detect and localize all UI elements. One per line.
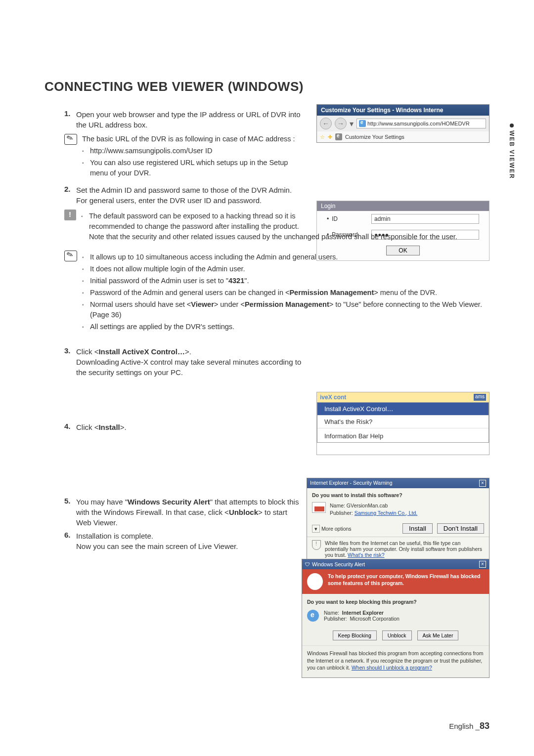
- step-text: Click <Install ActiveX Control…>. Downlo…: [76, 346, 302, 378]
- browser-tab[interactable]: Customize Your Settings: [345, 134, 404, 140]
- figure-security-warning: Internet Explorer - Security Warning× Do…: [307, 478, 490, 563]
- dialog-title: Internet Explorer - Security Warning: [310, 480, 393, 487]
- dont-install-button[interactable]: Don't Install: [437, 523, 484, 534]
- software-icon: [312, 502, 326, 513]
- address-bar[interactable]: http://www.samsungipolis.com/HOMEDVR: [356, 119, 486, 128]
- close-icon[interactable]: ×: [479, 480, 486, 487]
- favorites-star-icon[interactable]: ☆: [320, 134, 325, 140]
- page-title: CONNECTING WEB VIEWER (WINDOWS): [44, 79, 490, 94]
- step-text: Click <Install>.: [76, 422, 302, 432]
- when-unblock-link[interactable]: When should I unblock a program?: [352, 665, 432, 671]
- dialog-footnote: Windows Firewall has blocked this progra…: [302, 645, 489, 677]
- close-icon[interactable]: ×: [479, 561, 486, 568]
- step-number: 3.: [64, 346, 76, 355]
- menu-install-activex[interactable]: Install ActiveX Control…: [317, 403, 489, 416]
- bullet-icon: [510, 124, 514, 127]
- side-tab: WEB VIEWER: [508, 124, 515, 179]
- page-favicon: [335, 133, 342, 140]
- alert-headline: To help protect your computer, Windows F…: [328, 573, 484, 590]
- install-button[interactable]: Install: [402, 523, 433, 534]
- note-content: The basic URL of the DVR is as following…: [82, 134, 302, 180]
- list-item: Password of the Admin and general users …: [82, 288, 490, 298]
- note-icon: [64, 134, 77, 145]
- shield-small-icon: 🛡: [305, 561, 311, 567]
- ie-icon: [359, 120, 366, 127]
- back-icon[interactable]: ←: [320, 118, 332, 129]
- ie-program-icon: [307, 610, 319, 622]
- dialog-question: Do you want to keep blocking this progra…: [302, 594, 489, 608]
- step-text: Open your web browser and type the IP ad…: [76, 109, 302, 130]
- step-number: 2.: [64, 185, 76, 193]
- forward-icon[interactable]: →: [335, 118, 347, 129]
- step-number: 6.: [64, 531, 76, 539]
- dialog-title: Windows Security Alert: [312, 561, 365, 567]
- list-item: Normal users should have set <Viewer> un…: [82, 299, 490, 320]
- list-item: It does not allow multiple login of the …: [82, 264, 490, 274]
- menu-info-bar-help[interactable]: Information Bar Help: [317, 428, 489, 442]
- browser-window-title: Customize Your Settings - Windows Intern…: [317, 105, 489, 116]
- list-item: It allows up to 10 simultaneous access i…: [82, 252, 490, 262]
- menu-whats-the-risk[interactable]: What's the Risk?: [317, 416, 489, 428]
- list-item: All settings are applied by the DVR's se…: [82, 322, 490, 332]
- keep-blocking-button[interactable]: Keep Blocking: [333, 630, 377, 640]
- unblock-button[interactable]: Unblock: [382, 630, 412, 640]
- dialog-question: Do you want to install this software?: [307, 488, 489, 500]
- ask-later-button[interactable]: Ask Me Later: [417, 630, 459, 640]
- warning-icon: [64, 210, 76, 220]
- whats-the-risk-link[interactable]: What's the risk?: [348, 552, 384, 558]
- step-text: You may have "Windows Security Alert" th…: [76, 497, 302, 528]
- figure-firewall-alert: 🛡 Windows Security Alert× To help protec…: [302, 559, 490, 678]
- info-bar-text-left: iveX cont: [320, 394, 346, 401]
- list-item: Initial password of the Admin user is se…: [82, 276, 490, 286]
- list-item: The default password can be exposed to a…: [81, 211, 490, 242]
- page-footer: English _83: [449, 721, 490, 731]
- step-number: 4.: [64, 422, 76, 430]
- step-text: Set the Admin ID and password same to th…: [76, 185, 302, 206]
- note-icon: [64, 251, 77, 261]
- shield-icon: [312, 540, 321, 550]
- step-text: Installation is complete. Now you can se…: [76, 531, 302, 551]
- publisher-link[interactable]: Samsung Techwin Co., Ltd.: [355, 510, 418, 516]
- more-options-toggle[interactable]: ▾: [312, 525, 320, 533]
- step-number: 1.: [64, 109, 76, 118]
- figure-activex-menu: iveX contams Install ActiveX Control… Wh…: [316, 392, 490, 455]
- warning-content: The default password can be exposed to a…: [81, 210, 490, 244]
- dropdown-arrow-icon[interactable]: ▾: [350, 119, 354, 128]
- info-bar-text-right: ams: [474, 394, 486, 401]
- note-content: It allows up to 10 simultaneous access i…: [82, 251, 490, 334]
- login-header: Login: [317, 201, 489, 211]
- add-favorites-icon[interactable]: ✚: [328, 134, 332, 140]
- list-item: You can also use registered URL which se…: [82, 158, 302, 178]
- shield-alert-icon: [307, 573, 323, 590]
- figure-browser-address: Customize Your Settings - Windows Intern…: [316, 104, 490, 143]
- step-number: 5.: [64, 497, 76, 505]
- list-item: http://www.samsungipolis.com/User ID: [82, 146, 302, 156]
